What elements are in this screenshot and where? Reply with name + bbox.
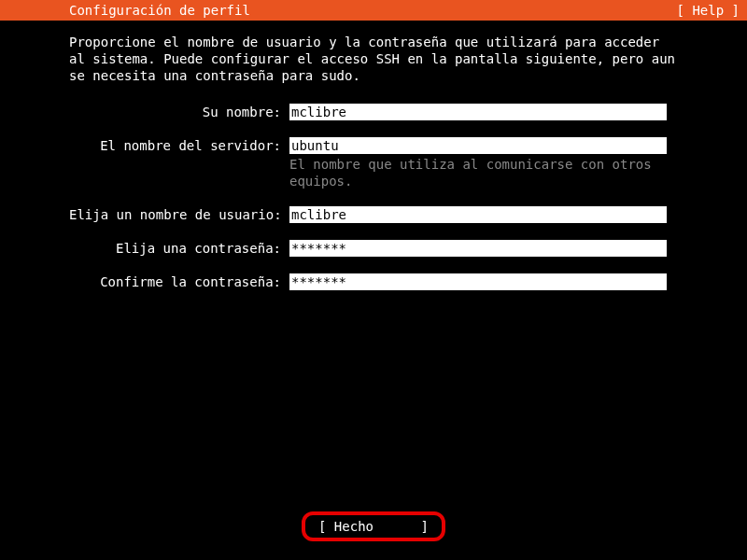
done-button[interactable]: [ Hecho ] — [318, 519, 429, 534]
server-row: El nombre del servidor: ubuntu El nombre… — [69, 137, 678, 189]
password-input[interactable]: ******* — [289, 240, 667, 257]
confirm-row: Confirme la contraseña: ******* — [69, 273, 678, 290]
username-row: Elija un nombre de usuario: mclibre — [69, 206, 678, 223]
header-bar: Configuración de perfil [ Help ] — [0, 0, 747, 21]
password-label: Elija una contraseña: — [69, 240, 281, 256]
help-button[interactable]: [ Help ] — [677, 3, 740, 18]
password-row: Elija una contraseña: ******* — [69, 240, 678, 257]
name-input[interactable]: mclibre — [289, 104, 667, 120]
username-label: Elija un nombre de usuario: — [69, 206, 281, 222]
server-hint: El nombre que utiliza al comunicarse con… — [289, 154, 667, 189]
server-label: El nombre del servidor: — [69, 137, 281, 153]
page-title: Configuración de perfil — [69, 3, 250, 18]
main-content: Proporcione el nombre de usuario y la co… — [0, 21, 747, 290]
done-button-highlight: [ Hecho ] — [302, 511, 445, 541]
description-text: Proporcione el nombre de usuario y la co… — [69, 34, 678, 85]
server-input[interactable]: ubuntu — [289, 137, 667, 154]
name-label: Su nombre: — [69, 104, 281, 119]
username-input[interactable]: mclibre — [289, 206, 667, 223]
confirm-label: Confirme la contraseña: — [69, 273, 281, 289]
confirm-input[interactable]: ******* — [289, 273, 667, 290]
name-row: Su nombre: mclibre — [69, 104, 678, 120]
footer: [ Hecho ] — [0, 511, 747, 541]
